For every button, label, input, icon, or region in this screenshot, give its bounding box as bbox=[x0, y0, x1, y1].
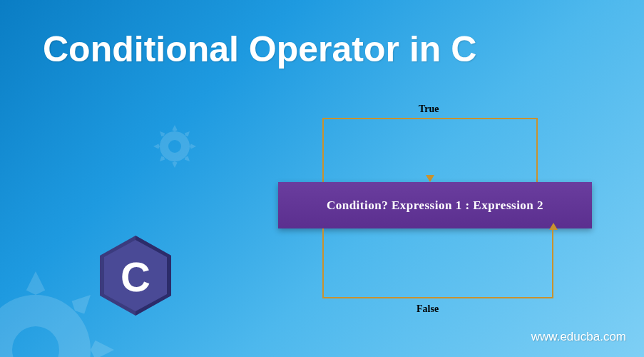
page-title: Conditional Operator in C bbox=[43, 29, 476, 70]
true-arrowhead-icon bbox=[426, 175, 434, 182]
true-arrow-path bbox=[322, 118, 429, 182]
svg-text:C: C bbox=[121, 253, 150, 300]
c-language-logo: C bbox=[100, 236, 171, 314]
false-branch-label: False bbox=[416, 303, 439, 315]
watermark: www.educba.com bbox=[531, 330, 626, 344]
expression-box: Condition? Expression 1 : Expression 2 bbox=[278, 182, 592, 228]
expression-text: Condition? Expression 1 : Expression 2 bbox=[327, 198, 543, 213]
false-arrowhead-icon bbox=[549, 223, 558, 230]
gear-decoration-large bbox=[0, 271, 114, 357]
true-branch-label: True bbox=[419, 104, 439, 115]
gear-decoration-small bbox=[153, 125, 196, 168]
false-arrow-path bbox=[322, 228, 553, 298]
conditional-operator-diagram: True Condition? Expression 1 : Expressio… bbox=[278, 104, 599, 318]
